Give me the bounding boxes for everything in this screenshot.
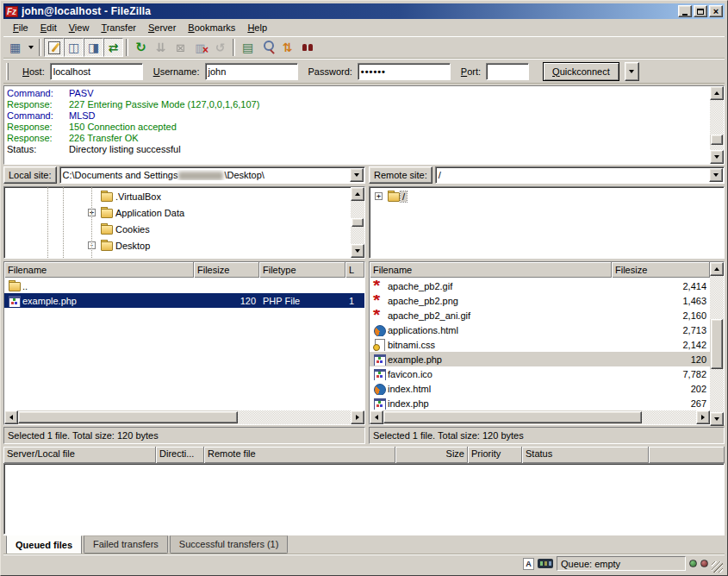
remote-horizontal-scrollbar[interactable]: [370, 410, 710, 424]
resize-grip[interactable]: [712, 561, 723, 573]
toolbar-button-icon[interactable]: [126, 39, 128, 56]
toolbar-button-icon[interactable]: [238, 38, 258, 57]
menu-item[interactable]: Transfer: [95, 21, 142, 34]
local-horizontal-scrollbar[interactable]: [4, 410, 364, 424]
file-row[interactable]: apache_pb2.png 1,463: [370, 293, 710, 308]
column-header[interactable]: Filesize: [194, 262, 259, 278]
tree-expander-icon[interactable]: +: [375, 192, 383, 200]
local-site-dropdown-button[interactable]: [350, 168, 364, 182]
scroll-thumb[interactable]: [711, 319, 723, 369]
title-bar[interactable]: Fz john@localhost - FileZilla ×: [3, 3, 725, 19]
transfer-queue-list[interactable]: [3, 463, 725, 535]
queue-column-header[interactable]: Server/Local file: [3, 447, 156, 463]
speed-limit-icon[interactable]: [538, 559, 553, 568]
toolbar-button-icon[interactable]: [210, 38, 230, 57]
queue-column-header[interactable]: Priority: [468, 447, 522, 463]
scroll-left-button[interactable]: [4, 410, 18, 424]
close-button[interactable]: ×: [709, 5, 723, 17]
column-header[interactable]: Filetype: [259, 262, 345, 278]
local-site-combobox[interactable]: C:\Documents and Settings\Desktop\: [59, 166, 365, 184]
toolbar-button-icon[interactable]: [131, 38, 151, 57]
menu-item[interactable]: File: [7, 21, 34, 34]
local-tree-scrollbar[interactable]: [351, 187, 364, 258]
menu-item[interactable]: Edit: [34, 21, 63, 34]
scroll-thumb[interactable]: [711, 135, 723, 145]
scroll-up-button[interactable]: [351, 187, 364, 201]
toolbar-button-icon[interactable]: [103, 38, 123, 57]
menu-item[interactable]: View: [63, 21, 96, 34]
queue-column-header[interactable]: Remote file: [204, 447, 395, 463]
toolbar-button-icon[interactable]: [190, 38, 210, 57]
queue-column-header[interactable]: Size: [395, 447, 468, 463]
toolbar-button-icon[interactable]: [297, 38, 317, 57]
tree-item[interactable]: Cookies: [4, 221, 351, 237]
scroll-up-button[interactable]: [710, 86, 724, 100]
scroll-down-button[interactable]: [710, 150, 724, 164]
menu-item[interactable]: Server: [142, 21, 182, 34]
toolbar-button-icon[interactable]: [171, 38, 190, 57]
remote-site-label: Remote site:: [369, 166, 432, 184]
column-header[interactable]: Filename: [370, 262, 612, 278]
queue-tab[interactable]: Successful transfers (1): [170, 535, 289, 554]
queue-column-header[interactable]: Directi...: [156, 447, 204, 463]
quickconnect-button[interactable]: Quickconnect: [543, 62, 619, 81]
remote-tree-panel: + /: [369, 186, 725, 259]
username-input[interactable]: john: [205, 63, 298, 80]
column-header[interactable]: L: [345, 262, 364, 278]
file-row[interactable]: apache_pb2.gif 2,414: [370, 279, 710, 293]
queue-tab[interactable]: Queued files: [6, 535, 82, 554]
scroll-thumb[interactable]: [18, 411, 238, 423]
toolbar-button-icon[interactable]: [44, 38, 64, 57]
remote-vertical-scrollbar[interactable]: [710, 262, 724, 426]
file-row[interactable]: bitnami.css 2,142: [370, 337, 710, 352]
tree-item[interactable]: + Application Data: [4, 204, 351, 221]
remote-site-combobox[interactable]: /: [435, 166, 725, 184]
toolbar-button-icon[interactable]: [151, 38, 171, 57]
file-row[interactable]: example.php 120: [370, 352, 710, 366]
menu-item[interactable]: Bookmarks: [182, 21, 241, 34]
scroll-left-button[interactable]: [370, 410, 383, 424]
toolbar-button-icon[interactable]: [84, 38, 103, 57]
tree-item[interactable]: - Desktop: [4, 237, 351, 254]
log-scrollbar[interactable]: [710, 86, 724, 164]
toolbar-grip[interactable]: [6, 63, 9, 80]
transfer-type-icon: [523, 558, 534, 570]
tree-item[interactable]: .VirtualBox: [4, 188, 351, 204]
scroll-up-button[interactable]: [710, 262, 724, 276]
column-header[interactable]: Filename: [4, 262, 194, 278]
scroll-right-button[interactable]: [696, 410, 710, 424]
minimize-button[interactable]: [678, 5, 692, 17]
toolbar-button-icon[interactable]: [233, 39, 235, 56]
file-row[interactable]: apache_pb2_ani.gif 2,160: [370, 308, 710, 322]
file-row[interactable]: index.php 267: [370, 396, 710, 410]
scroll-track[interactable]: [710, 100, 724, 135]
toolbar-button-icon[interactable]: [258, 38, 277, 57]
maximize-button[interactable]: [694, 5, 707, 17]
queue-tab[interactable]: Failed transfers: [84, 535, 168, 554]
file-row[interactable]: ..: [4, 279, 364, 293]
toolbar-button-icon[interactable]: [64, 38, 84, 57]
scroll-down-button[interactable]: [351, 244, 364, 258]
toolbar-button-icon[interactable]: [39, 39, 41, 56]
file-row[interactable]: favicon.ico 7,782: [370, 366, 710, 381]
toolbar-button-icon[interactable]: [277, 38, 297, 57]
host-input[interactable]: localhost: [50, 63, 143, 80]
port-input[interactable]: [486, 63, 529, 80]
scroll-thumb[interactable]: [383, 411, 642, 423]
file-row[interactable]: index.html 202: [370, 381, 710, 396]
toolbar-button-icon[interactable]: [25, 38, 36, 57]
scroll-right-button[interactable]: [351, 410, 364, 424]
message-log-lines: Command:PASV Response:227 Entering Passi…: [4, 86, 710, 164]
tree-item[interactable]: + /: [370, 188, 724, 204]
remote-site-dropdown-button[interactable]: [709, 168, 723, 182]
queue-column-header[interactable]: Status: [522, 447, 649, 463]
file-row[interactable]: example.php 120 PHP File 1: [4, 293, 364, 308]
scroll-thumb[interactable]: [352, 218, 364, 227]
column-header[interactable]: Filesize: [612, 262, 710, 278]
file-row[interactable]: applications.html 2,713: [370, 322, 710, 337]
quickconnect-dropdown-button[interactable]: [625, 62, 639, 81]
scroll-down-button[interactable]: [710, 412, 724, 426]
menu-item[interactable]: Help: [241, 21, 273, 34]
password-input[interactable]: ••••••: [358, 63, 451, 80]
toolbar-button-icon[interactable]: [5, 38, 25, 57]
